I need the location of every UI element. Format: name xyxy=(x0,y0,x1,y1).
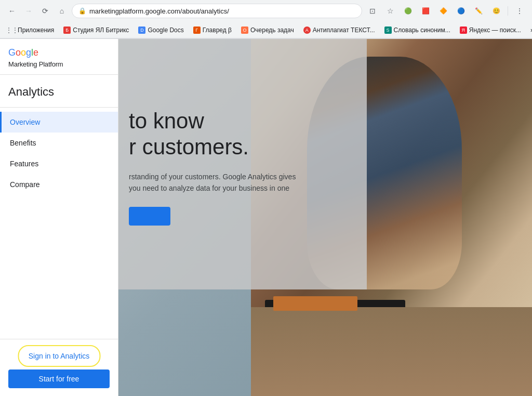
hero-heading-line1: to know xyxy=(129,108,351,134)
antiplagiat-icon: А xyxy=(303,27,311,34)
sidebar-item-compare[interactable]: Compare xyxy=(0,174,118,195)
back-button[interactable]: ← xyxy=(5,4,19,18)
start-free-button[interactable]: Start for free xyxy=(8,369,110,388)
bookmark-bitrix[interactable]: Б Студия ЯЛ Битрикс xyxy=(59,25,133,35)
browser-toolbar: ← → ⟳ ⌂ 🔒 marketingplatform.google.com/a… xyxy=(0,0,532,22)
hero-heading: to know r customers. xyxy=(129,108,351,161)
bookmark-docs[interactable]: D Google Docs xyxy=(134,25,188,35)
forward-button[interactable]: → xyxy=(22,4,35,18)
yandex-icon: Я xyxy=(460,27,467,34)
glavred-icon: Г xyxy=(193,27,201,34)
toolbar-divider xyxy=(508,6,508,16)
google-letter-o1: o xyxy=(16,47,21,58)
bookmark-queue[interactable]: О Очередь задач xyxy=(237,25,298,35)
bookmark-yandex[interactable]: Я Яндекс — поиск... xyxy=(456,25,525,35)
url-text: marketingplatform.google.com/about/analy… xyxy=(89,7,229,15)
hero-subtext-line1: rstanding of your customers. Google Anal… xyxy=(129,171,351,182)
hero-subtext: rstanding of your customers. Google Anal… xyxy=(129,171,351,194)
bookmark-glavred-label: Главред β xyxy=(203,27,232,34)
profile-icon-1[interactable]: 🟢 xyxy=(401,4,415,18)
bookmark-docs-label: Google Docs xyxy=(148,27,183,34)
lock-icon: 🔒 xyxy=(78,7,86,15)
sidebar-item-benefits[interactable]: Benefits xyxy=(0,133,118,153)
laptop-accent xyxy=(273,296,357,311)
marketing-platform-text: Marketing Platform xyxy=(8,60,110,68)
bookmark-synonyms-label: Словарь синоним... xyxy=(394,27,450,34)
bookmarks-bar: ⋮⋮ Приложения Б Студия ЯЛ Битрикс D Goog… xyxy=(0,22,532,38)
table-surface xyxy=(251,307,532,396)
analytics-section-title: Analytics xyxy=(0,75,118,108)
sidebar-item-features[interactable]: Features xyxy=(0,153,118,174)
bookmark-glavred[interactable]: Г Главред β xyxy=(189,25,236,35)
bookmark-queue-label: Очередь задач xyxy=(250,27,294,34)
google-letter-g2: g xyxy=(26,47,31,58)
bookmark-bitrix-label: Студия ЯЛ Битрикс xyxy=(73,27,129,34)
hero-subtext-line2: you need to analyze data for your busine… xyxy=(129,182,351,194)
more-options-button[interactable]: ⋮ xyxy=(512,4,527,18)
hero-image: to know r customers. rstanding of your c… xyxy=(118,39,532,396)
profile-icon-3[interactable]: 🔶 xyxy=(436,4,450,18)
sidebar-header: Google Marketing Platform xyxy=(0,39,118,75)
bookmark-apps-label: Приложения xyxy=(18,27,54,34)
google-logo: Google xyxy=(8,47,110,58)
apps-grid-icon: ⋮⋮ xyxy=(8,27,16,34)
hero-cta-button[interactable] xyxy=(129,207,170,226)
sidebar-item-overview[interactable]: Overview xyxy=(0,112,118,133)
home-button[interactable]: ⌂ xyxy=(55,4,69,18)
bookmark-yandex-label: Яндекс — поиск... xyxy=(469,27,521,34)
sidebar-nav: Overview Benefits Features Compare xyxy=(0,108,118,339)
hero-heading-line2: r customers. xyxy=(129,134,351,160)
sidebar: Google Marketing Platform Analytics Over… xyxy=(0,39,118,396)
sidebar-footer: Sign in to Analytics Start for free xyxy=(0,339,118,396)
bookmark-antiplagiat-label: Антиплагиат ТЕКСТ... xyxy=(313,27,375,34)
bookmark-synonyms[interactable]: S Словарь синоним... xyxy=(380,25,455,35)
profile-icon-6[interactable]: 😊 xyxy=(489,4,503,18)
bookmark-more[interactable]: » xyxy=(526,25,532,35)
address-bar[interactable]: 🔒 marketingplatform.google.com/about/ana… xyxy=(72,4,362,18)
bookmark-star-button[interactable]: ☆ xyxy=(383,4,397,18)
content-overlay: to know r customers. rstanding of your c… xyxy=(118,39,367,289)
synonyms-icon: S xyxy=(384,27,392,34)
profile-icon-4[interactable]: 🔵 xyxy=(454,4,468,18)
browser-chrome: ← → ⟳ ⌂ 🔒 marketingplatform.google.com/a… xyxy=(0,0,532,39)
google-letter-o2: o xyxy=(21,47,26,58)
cast-button[interactable]: ⊡ xyxy=(365,4,380,18)
google-letter-g1: G xyxy=(8,47,16,58)
google-letter-e: e xyxy=(33,47,38,58)
profile-icon-5[interactable]: ✏️ xyxy=(471,4,486,18)
sign-in-link[interactable]: Sign in to Analytics xyxy=(8,348,110,364)
bookmark-antiplagiat[interactable]: А Антиплагиат ТЕКСТ... xyxy=(299,25,379,35)
queue-icon: О xyxy=(241,27,248,34)
main-content: Google Marketing Platform Analytics Over… xyxy=(0,39,532,396)
bookmark-apps[interactable]: ⋮⋮ Приложения xyxy=(4,25,58,35)
profile-icon-2[interactable]: 🟥 xyxy=(418,4,433,18)
docs-icon: D xyxy=(138,27,145,34)
reload-button[interactable]: ⟳ xyxy=(38,4,52,18)
bitrix-icon: Б xyxy=(63,27,71,34)
hero-section: to know r customers. rstanding of your c… xyxy=(118,39,532,396)
